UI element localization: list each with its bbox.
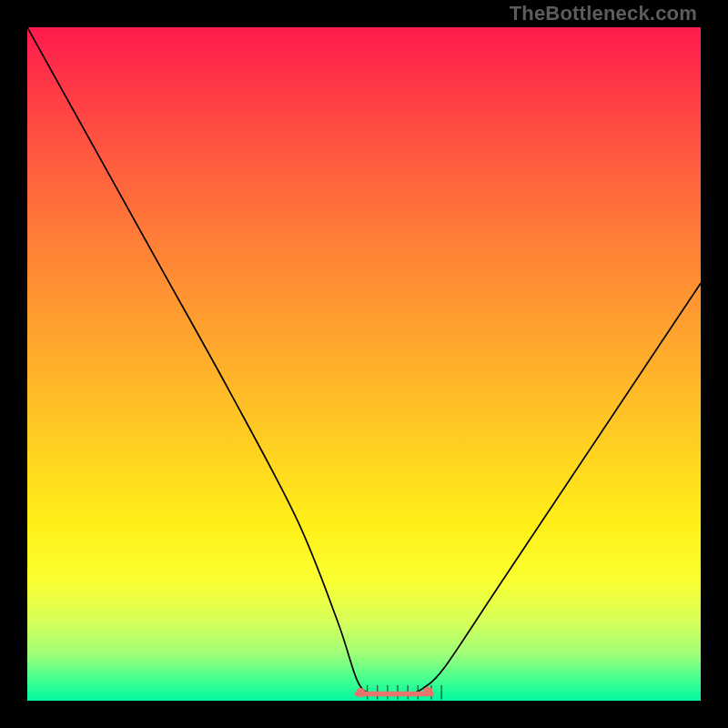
flat-region-end-marker [423, 687, 432, 696]
plot-frame [27, 27, 701, 701]
watermark-text: TheBottleneck.com [510, 2, 697, 25]
flat-region-start-marker [356, 688, 365, 697]
bottleneck-curve [27, 27, 701, 695]
plot-svg [27, 27, 701, 701]
